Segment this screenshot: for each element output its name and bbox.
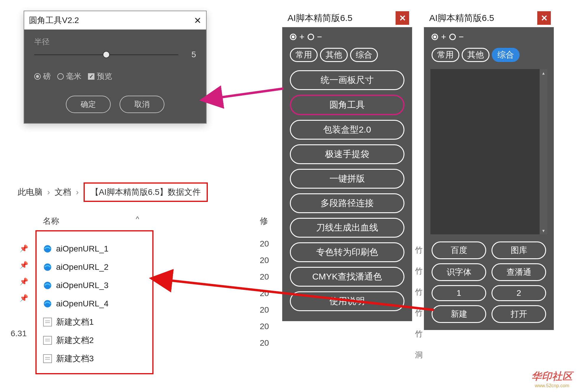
file-name: aiOpenURL_2 <box>56 262 108 272</box>
options-row: 磅 毫米 ✓ 预览 <box>34 71 196 81</box>
pin-icon: 📌 <box>19 277 28 286</box>
preview-label: 预览 <box>97 71 112 81</box>
pin-icon: 📌 <box>19 294 28 302</box>
unit-pound[interactable]: 磅 <box>34 71 51 81</box>
file-row[interactable]: aiOpenURL_3 <box>43 276 146 295</box>
script-button[interactable]: 使用说明 <box>290 291 404 311</box>
script-button[interactable]: 多段路径连接 <box>290 193 404 213</box>
watermark: 华印社区 www.52cnp.com <box>531 370 573 388</box>
close-icon[interactable]: ✕ <box>194 15 201 26</box>
url-file-icon <box>43 244 52 253</box>
quick-link-button[interactable]: 2 <box>492 285 546 301</box>
file-row[interactable]: aiOpenURL_2 <box>43 258 146 276</box>
slider-thumb[interactable] <box>103 51 110 58</box>
script-button[interactable]: 包装盒型2.0 <box>290 120 404 140</box>
unit-mm-label: 毫米 <box>66 71 81 81</box>
watermark-url: www.52cnp.com <box>531 383 573 388</box>
scrollbar[interactable]: ▴ ▾ <box>540 69 547 234</box>
script-button[interactable]: 圆角工具 <box>290 95 404 115</box>
scroll-down-icon[interactable]: ▾ <box>540 227 547 234</box>
quick-link-button[interactable]: 打开 <box>492 305 546 323</box>
ok-button[interactable]: 确定 <box>66 96 111 113</box>
dialog-titlebar: 圆角工具V2.2 ✕ <box>24 11 206 30</box>
file-row[interactable]: 新建文档1 <box>43 313 146 331</box>
file-row[interactable]: aiOpenURL_1 <box>43 240 146 258</box>
fragment-char: 竹 <box>415 245 423 255</box>
script-button[interactable]: CMYK查找潘通色 <box>290 267 404 287</box>
quick-link-button[interactable]: 查潘通 <box>492 263 546 281</box>
quick-link-button[interactable]: 识字体 <box>432 263 486 281</box>
quick-link-button[interactable]: 1 <box>432 285 486 301</box>
quick-link-button[interactable]: 新建 <box>432 305 486 323</box>
file-row[interactable]: 新建文档3 <box>43 349 146 368</box>
radio-off-icon[interactable] <box>449 34 456 40</box>
modified-cell: 20 <box>260 239 269 249</box>
script-button[interactable]: 极速手提袋 <box>290 144 404 164</box>
panel2-link-grid: 百度图库识字体查潘通12新建打开 <box>424 239 554 324</box>
watermark-logo: 华印社区 <box>531 370 573 383</box>
modified-cell: 20 <box>260 338 269 348</box>
cancel-button[interactable]: 取消 <box>120 96 164 113</box>
script-panel-综合: AI脚本精简版6.5 ✕ + − 常用其他综合 ▴ ▾ 百度图库识字体查潘通12… <box>424 9 554 330</box>
url-file-icon <box>43 263 52 272</box>
file-list: aiOpenURL_1aiOpenURL_2aiOpenURL_3aiOpenU… <box>35 230 154 374</box>
chevron-right-icon: › <box>47 187 50 197</box>
radio-on-icon[interactable] <box>290 34 296 40</box>
script-button[interactable]: 刀线生成出血线 <box>290 218 404 238</box>
radio-on-icon <box>34 73 41 80</box>
column-modified-header[interactable]: 修 <box>260 215 268 227</box>
panel2-tab[interactable]: 综合 <box>492 48 520 62</box>
radio-on-icon[interactable] <box>432 34 438 40</box>
panel2-listbox[interactable]: ▴ ▾ <box>430 69 547 234</box>
file-row[interactable]: aiOpenURL_4 <box>43 295 146 313</box>
radius-label: 半径 <box>34 37 196 47</box>
scroll-up-icon[interactable]: ▴ <box>540 69 547 77</box>
script-button[interactable]: 一键拼版 <box>290 169 404 189</box>
file-name: 新建文档3 <box>56 353 94 364</box>
file-name: 新建文档1 <box>56 316 94 328</box>
breadcrumb: 此电脑 › 文档 › 【AI脚本精简版6.5】数据文件 <box>18 182 208 202</box>
script-button[interactable]: 统一画板尺寸 <box>290 70 404 90</box>
crumb-docs[interactable]: 文档 <box>55 187 71 198</box>
file-name: aiOpenURL_4 <box>56 299 108 308</box>
panel1-close-button[interactable]: ✕ <box>396 11 409 25</box>
url-file-icon <box>43 281 52 290</box>
url-file-icon <box>43 299 52 308</box>
script-button[interactable]: 专色转为印刷色 <box>290 242 404 262</box>
dialog-body: 半径 5 磅 毫米 ✓ 预览 确定 取消 <box>24 30 206 123</box>
pin-icon: 📌 <box>19 244 28 253</box>
minus-label: − <box>317 32 322 42</box>
column-name-header[interactable]: 名称 <box>43 215 59 227</box>
checkbox-on-icon: ✓ <box>88 73 94 80</box>
text-file-icon <box>43 318 52 326</box>
panel2-tab[interactable]: 其他 <box>462 48 489 62</box>
svg-line-4 <box>220 89 283 97</box>
radius-slider[interactable] <box>34 54 178 55</box>
panel1-title: AI脚本精简版6.5 <box>288 12 352 24</box>
file-row[interactable]: 新建文档2 <box>43 331 146 349</box>
modified-cell: 20 <box>260 272 269 282</box>
panel1-tab[interactable]: 常用 <box>290 48 318 62</box>
sort-caret-icon[interactable]: ^ <box>136 215 139 223</box>
unit-mm[interactable]: 毫米 <box>57 71 81 81</box>
panel2-tab[interactable]: 常用 <box>432 48 459 62</box>
pin-icon: 📌 <box>19 261 28 269</box>
fragment-char: 竹 <box>415 329 423 339</box>
crumb-current[interactable]: 【AI脚本精简版6.5】数据文件 <box>84 182 208 202</box>
edge-fragment-text: 竹竹竹竹竹洞 <box>415 245 423 360</box>
dialog-title: 圆角工具V2.2 <box>29 15 79 26</box>
preview-toggle[interactable]: ✓ 预览 <box>88 71 112 81</box>
panel2-close-button[interactable]: ✕ <box>537 11 551 25</box>
rounded-corner-dialog: 圆角工具V2.2 ✕ 半径 5 磅 毫米 ✓ 预览 确定 <box>24 11 207 124</box>
radio-off-icon <box>57 73 64 80</box>
crumb-root[interactable]: 此电脑 <box>18 187 43 198</box>
panel1-tab[interactable]: 其他 <box>320 48 348 62</box>
panel2-titlebar: AI脚本精简版6.5 ✕ <box>424 9 554 27</box>
quick-link-button[interactable]: 百度 <box>432 241 486 259</box>
panel1-tab[interactable]: 综合 <box>350 48 378 62</box>
file-name: aiOpenURL_3 <box>56 281 108 290</box>
radio-off-icon[interactable] <box>308 34 314 40</box>
quick-link-button[interactable]: 图库 <box>492 241 546 259</box>
panel1-titlebar: AI脚本精简版6.5 ✕ <box>282 9 412 27</box>
panel1-tabs: 常用其他综合 <box>282 44 412 66</box>
